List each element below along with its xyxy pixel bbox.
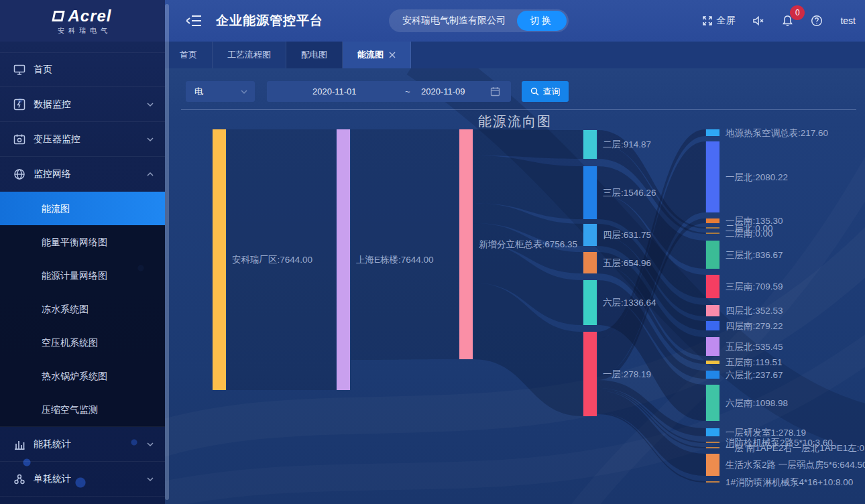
mute-button[interactable]: [752, 15, 764, 26]
sidebar-item-label: 数据监控: [34, 99, 146, 111]
sankey-node-label-f4n: 四层北:352.53: [726, 306, 783, 316]
sidebar-item-home[interactable]: 首页: [0, 52, 165, 87]
submenu-label: 冻水系统图: [42, 304, 89, 314]
company-name: 安科瑞电气制造有限公司: [402, 15, 517, 27]
switch-company-button[interactable]: 切换: [517, 11, 567, 31]
home-monitor-icon: [13, 64, 25, 76]
app-root: Acrel 安科瑞电气 首页 数据监控 变压器监控 监控网络: [0, 0, 865, 504]
username[interactable]: test: [840, 15, 856, 26]
sidebar-item-data-monitor[interactable]: 数据监控: [0, 87, 165, 122]
energy-type-value: 电: [194, 86, 240, 98]
sankey-node-f5n[interactable]: [706, 337, 719, 356]
sankey-node-f6n[interactable]: [706, 371, 719, 379]
transformer-icon: [13, 133, 25, 145]
sankey-node-label-f3n: 三层北:836.67: [726, 250, 783, 260]
sankey-node-f3n[interactable]: [706, 241, 719, 269]
sidebar-item-energy-metering-network[interactable]: 能源计量网络图: [0, 259, 165, 292]
date-range-picker[interactable]: 2020-11-01 ~ 2020-11-09: [267, 81, 511, 102]
sankey-node-f4s[interactable]: [706, 321, 719, 330]
sankey-node-f4[interactable]: [583, 224, 597, 246]
speaker-muted-icon: [752, 15, 764, 26]
sidebar-item-label: 单耗统计: [34, 473, 146, 485]
sidebar-item-hot-water-boiler-system[interactable]: 热水锅炉系统图: [0, 359, 165, 393]
sidebar-item-label: 能耗统计: [34, 438, 146, 450]
sankey-node-label-f6s: 六层南:1098.98: [726, 398, 788, 408]
main-content: 安科瑞厂区:7644.00上海E栋楼:7644.00新增分立柜总表:6756.3…: [165, 68, 865, 504]
sankey-node-xfs[interactable]: [706, 442, 719, 443]
sankey-node-label-f1n: 一层北:2080.22: [726, 172, 788, 182]
sankey-node-f3s[interactable]: [706, 275, 719, 298]
tab-label: 首页: [180, 42, 197, 68]
sidebar-item-label: 首页: [34, 64, 154, 76]
sankey-chart: 安科瑞厂区:7644.00上海E栋楼:7644.00新增分立柜总表:6756.3…: [165, 68, 865, 504]
sidebar-item-monitor-network[interactable]: 监控网络: [0, 157, 165, 192]
sankey-node-label-f4: 四层:631.75: [603, 230, 651, 240]
logo-text: Acrel: [68, 7, 111, 25]
sidebar-item-label: 监控网络: [34, 168, 146, 180]
sidebar-item-energy-stats[interactable]: 能耗统计: [0, 427, 165, 462]
sankey-node-yfs1[interactable]: [706, 428, 719, 436]
sidebar-item-energy-balance-network[interactable]: 能量平衡网络图: [0, 225, 165, 259]
sidebar-scrollbar[interactable]: [165, 4, 169, 500]
sidebar: Acrel 安科瑞电气 首页 数据监控 变压器监控 监控网络: [0, 0, 165, 504]
sankey-node-shanghaiE[interactable]: [337, 129, 350, 390]
calendar-icon: [490, 86, 500, 97]
search-icon: [530, 87, 539, 96]
sankey-node-f3[interactable]: [583, 166, 597, 219]
sankey-node-f6[interactable]: [583, 280, 597, 325]
sankey-node-label-f3s: 三层南:709.59: [726, 281, 783, 292]
chevron-down-icon: [240, 88, 248, 96]
tab-label: 配电图: [301, 42, 327, 68]
top-header: 企业能源管控平台 安科瑞电气制造有限公司 切换 全屏 0 test: [165, 0, 865, 42]
sankey-node-f6s[interactable]: [706, 385, 719, 421]
chevron-down-icon: [146, 101, 154, 109]
submenu-label: 热水锅炉系统图: [42, 371, 107, 381]
sankey-node-f1[interactable]: [583, 332, 597, 416]
sankey-node-ankerui[interactable]: [213, 129, 226, 390]
submenu-label: 压缩空气监测: [42, 404, 98, 415]
sankey-node-shsb[interactable]: [706, 454, 719, 476]
sankey-node-f2n[interactable]: [706, 227, 719, 229]
sankey-node-f2[interactable]: [583, 130, 597, 159]
sankey-node-ape[interactable]: [706, 447, 719, 448]
sankey-node-f1n[interactable]: [706, 141, 719, 212]
search-button-label: 查询: [543, 86, 561, 98]
tab-process-flow[interactable]: 工艺流程图: [213, 42, 286, 68]
tab-power-distribution[interactable]: 配电图: [286, 42, 343, 68]
tab-label: 能流图: [357, 42, 384, 68]
sidebar-item-transformer-monitor[interactable]: 变压器监控: [0, 122, 165, 157]
sankey-node-label-f2s: 二层南:0.00: [726, 229, 773, 239]
fullscreen-button[interactable]: 全屏: [702, 15, 735, 27]
sankey-node-label-fenligui: 新增分立柜总表:6756.35: [479, 239, 577, 249]
sidebar-item-compressed-air-monitor[interactable]: 压缩空气监测: [0, 393, 165, 426]
nodes-icon: [13, 473, 25, 485]
tab-bar: 首页 工艺流程图 配电图 能流图: [165, 42, 865, 68]
sankey-node-label-f3: 三层:1546.26: [603, 188, 656, 198]
sankey-node-pl[interactable]: [706, 481, 719, 483]
close-tab-icon[interactable]: [389, 52, 396, 58]
sankey-node-label-shanghaiE: 上海E栋楼:7644.00: [356, 255, 434, 265]
data-monitor-icon: [13, 99, 25, 111]
sidebar-item-label: 变压器监控: [34, 133, 146, 145]
sidebar-item-air-compressor-system[interactable]: 空压机系统图: [0, 326, 165, 359]
notifications-button[interactable]: 0: [782, 15, 793, 27]
sankey-node-f5s[interactable]: [706, 361, 719, 364]
logo-subtitle: 安科瑞电气: [54, 26, 111, 36]
sidebar-item-energy-flow[interactable]: 能流图: [0, 192, 165, 225]
search-button[interactable]: 查询: [522, 81, 569, 102]
sidebar-item-unit-consumption-stats[interactable]: 单耗统计: [0, 462, 165, 497]
collapse-sidebar-icon[interactable]: [186, 15, 201, 27]
help-button[interactable]: [811, 15, 823, 27]
sankey-node-f5[interactable]: [583, 252, 597, 273]
sidebar-item-chilled-water-system[interactable]: 冻水系统图: [0, 292, 165, 326]
fullscreen-icon: [702, 15, 713, 26]
sankey-node-label-f2: 二层:914.87: [603, 139, 651, 149]
tab-energy-flow[interactable]: 能流图: [343, 42, 411, 68]
tab-home[interactable]: 首页: [165, 42, 213, 68]
energy-type-select[interactable]: 电: [186, 81, 255, 102]
sankey-node-f2s[interactable]: [706, 233, 719, 234]
sankey-node-fenligui[interactable]: [459, 129, 473, 359]
sankey-node-f4n[interactable]: [706, 305, 719, 316]
sankey-node-label-f5n: 五层北:535.45: [726, 342, 783, 352]
sankey-node-f1s[interactable]: [706, 218, 719, 223]
